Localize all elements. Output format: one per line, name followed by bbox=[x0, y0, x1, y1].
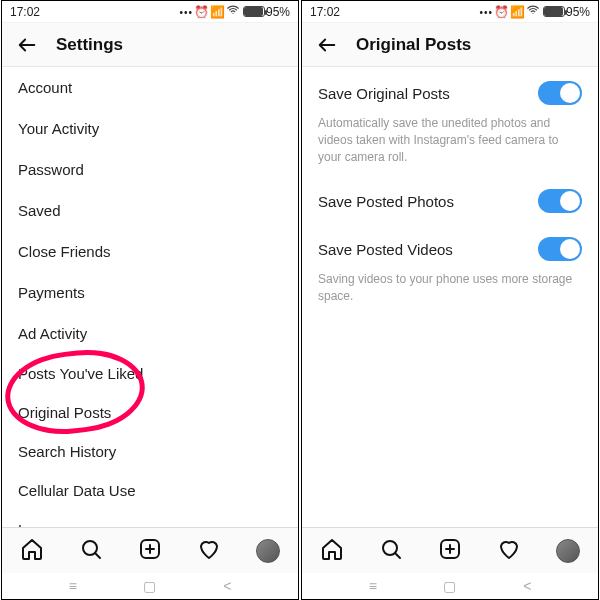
header: Settings bbox=[2, 23, 298, 67]
settings-item-account[interactable]: Account bbox=[2, 67, 298, 108]
status-bar: 17:02 ⏰ 📶 95% bbox=[302, 1, 598, 23]
sys-menu-icon[interactable]: ≡ bbox=[369, 578, 377, 594]
settings-item-payments[interactable]: Payments bbox=[2, 272, 298, 313]
bottom-nav bbox=[302, 527, 598, 573]
sys-back-icon[interactable]: < bbox=[223, 578, 231, 594]
header: Original Posts bbox=[302, 23, 598, 67]
wifi-icon bbox=[526, 3, 540, 20]
settings-item-posts-youve-liked[interactable]: Posts You've Liked bbox=[2, 354, 298, 393]
network-dots-icon bbox=[479, 5, 493, 19]
home-icon[interactable] bbox=[20, 537, 44, 565]
toggle-save-original-posts[interactable] bbox=[538, 81, 582, 105]
bottom-nav bbox=[2, 527, 298, 573]
option-save-original-posts: Save Original Posts bbox=[302, 67, 598, 115]
settings-item-your-activity[interactable]: Your Activity bbox=[2, 108, 298, 149]
option-save-posted-videos: Save Posted Videos bbox=[302, 223, 598, 271]
phone-settings: 17:02 ⏰ 📶 95% Settings Account Your Acti… bbox=[1, 0, 299, 600]
page-title: Original Posts bbox=[356, 35, 471, 55]
alarm-icon: ⏰ bbox=[194, 5, 209, 19]
settings-item-ad-activity[interactable]: Ad Activity bbox=[2, 313, 298, 354]
wifi-icon bbox=[226, 3, 240, 20]
battery-icon bbox=[543, 6, 565, 17]
settings-item-password[interactable]: Password bbox=[2, 149, 298, 190]
battery-icon bbox=[243, 6, 265, 17]
sys-menu-icon[interactable]: ≡ bbox=[69, 578, 77, 594]
new-post-icon[interactable] bbox=[438, 537, 462, 565]
signal-icon: 📶 bbox=[210, 5, 225, 19]
profile-avatar[interactable] bbox=[256, 539, 280, 563]
profile-avatar[interactable] bbox=[556, 539, 580, 563]
option-description: Automatically save the unedited photos a… bbox=[302, 115, 598, 175]
settings-list: Account Your Activity Password Saved Clo… bbox=[2, 67, 298, 549]
search-icon[interactable] bbox=[79, 537, 103, 565]
status-time: 17:02 bbox=[10, 5, 40, 19]
settings-item-original-posts[interactable]: Original Posts bbox=[2, 393, 298, 432]
back-icon[interactable] bbox=[316, 34, 338, 56]
option-label: Save Posted Photos bbox=[318, 193, 454, 210]
sys-home-icon[interactable]: ▢ bbox=[443, 578, 456, 594]
status-time: 17:02 bbox=[310, 5, 340, 19]
phone-original-posts: 17:02 ⏰ 📶 95% Original Posts Save Origin… bbox=[301, 0, 599, 600]
option-save-posted-photos: Save Posted Photos bbox=[302, 175, 598, 223]
activity-icon[interactable] bbox=[197, 537, 221, 565]
system-nav: ≡ ▢ < bbox=[302, 573, 598, 599]
toggle-save-posted-photos[interactable] bbox=[538, 189, 582, 213]
option-label: Save Original Posts bbox=[318, 85, 450, 102]
new-post-icon[interactable] bbox=[138, 537, 162, 565]
toggle-save-posted-videos[interactable] bbox=[538, 237, 582, 261]
signal-icon: 📶 bbox=[510, 5, 525, 19]
sys-home-icon[interactable]: ▢ bbox=[143, 578, 156, 594]
home-icon[interactable] bbox=[320, 537, 344, 565]
battery-pct: 95% bbox=[566, 5, 590, 19]
page-title: Settings bbox=[56, 35, 123, 55]
settings-item-saved[interactable]: Saved bbox=[2, 190, 298, 231]
sys-back-icon[interactable]: < bbox=[523, 578, 531, 594]
back-icon[interactable] bbox=[16, 34, 38, 56]
settings-item-close-friends[interactable]: Close Friends bbox=[2, 231, 298, 272]
option-description: Saving videos to your phone uses more st… bbox=[302, 271, 598, 315]
status-bar: 17:02 ⏰ 📶 95% bbox=[2, 1, 298, 23]
status-right: ⏰ 📶 95% bbox=[179, 3, 290, 20]
option-label: Save Posted Videos bbox=[318, 241, 453, 258]
search-icon[interactable] bbox=[379, 537, 403, 565]
activity-icon[interactable] bbox=[497, 537, 521, 565]
network-dots-icon bbox=[179, 5, 193, 19]
system-nav: ≡ ▢ < bbox=[2, 573, 298, 599]
battery-pct: 95% bbox=[266, 5, 290, 19]
status-right: ⏰ 📶 95% bbox=[479, 3, 590, 20]
settings-item-cellular-data-use[interactable]: Cellular Data Use bbox=[2, 471, 298, 510]
settings-item-search-history[interactable]: Search History bbox=[2, 432, 298, 471]
alarm-icon: ⏰ bbox=[494, 5, 509, 19]
